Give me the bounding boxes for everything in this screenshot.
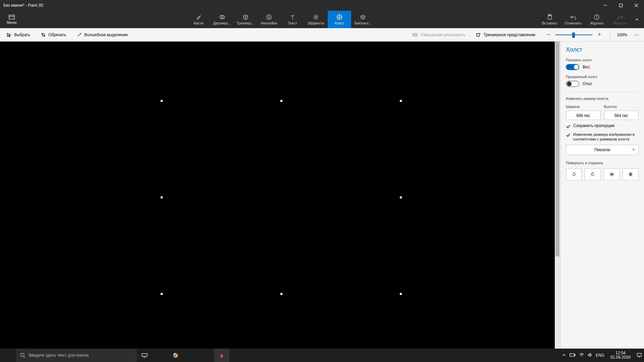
- flip-vertical-button[interactable]: [623, 168, 639, 180]
- resize-handle-ne[interactable]: [400, 100, 402, 102]
- flip-horizontal-button[interactable]: [604, 168, 620, 180]
- zoom-value[interactable]: 100%: [613, 33, 631, 37]
- resize-handle-nw[interactable]: [161, 100, 163, 102]
- 3dview-label: Трехмерное представление: [483, 33, 535, 37]
- window-title: Без имени* - Paint 3D: [0, 3, 43, 8]
- units-select[interactable]: Пиксели: [566, 145, 639, 155]
- tab-library[interactable]: Библиот...: [351, 11, 375, 28]
- resize-handle-w[interactable]: [161, 196, 163, 198]
- width-label: Ширина: [566, 105, 601, 109]
- undo-button[interactable]: Отменить: [561, 11, 585, 28]
- collapse-ribbon-button[interactable]: [632, 11, 642, 28]
- panel-title: Холст: [566, 46, 639, 53]
- crop-tool[interactable]: Обрезать: [36, 28, 71, 42]
- scale-image-checkbox[interactable]: [566, 133, 571, 137]
- tab-stickers[interactable]: Наклейки: [257, 11, 281, 28]
- tab-label: Кисти: [194, 21, 203, 25]
- tab-canvas[interactable]: Холст: [328, 11, 351, 28]
- app-icon-2[interactable]: [199, 349, 214, 362]
- crop-label: Обрезать: [48, 33, 66, 37]
- keep-aspect-label: Сохранить пропорции: [573, 123, 614, 128]
- width-input[interactable]: 696 пкс: [566, 111, 601, 120]
- taskbar: Введите здесь текст для поиска ENG 12:54…: [0, 349, 644, 362]
- close-button[interactable]: [629, 0, 644, 11]
- svg-rect-40: [570, 354, 574, 356]
- svg-line-17: [317, 18, 318, 19]
- resize-handle-se[interactable]: [400, 293, 402, 295]
- show-canvas-label: Показать холст: [566, 58, 639, 62]
- svg-point-8: [267, 15, 271, 19]
- scale-image-label: Изменение размера изображения в соответс…: [573, 132, 639, 141]
- task-view-button[interactable]: [137, 349, 152, 362]
- resize-handle-s[interactable]: [280, 293, 282, 295]
- canvas-viewport[interactable]: [0, 42, 555, 349]
- chrome-icon[interactable]: [168, 349, 183, 362]
- magic-select-tool[interactable]: Волшебное выделение: [72, 28, 132, 42]
- rotate-flip-label: Повернуть и отразить: [566, 161, 639, 165]
- ribbon-right: Вставить Отменить Журнал Вернуть: [538, 11, 642, 28]
- battery-icon[interactable]: [570, 353, 576, 358]
- app-icon-1[interactable]: [183, 349, 199, 362]
- svg-line-16: [314, 15, 315, 16]
- zoom-slider[interactable]: [555, 35, 592, 35]
- wifi-icon[interactable]: [579, 353, 584, 358]
- tab-label: Холст: [334, 21, 344, 25]
- zoom-out-button[interactable]: −: [545, 31, 552, 39]
- svg-rect-32: [8, 356, 11, 358]
- svg-line-34: [24, 356, 25, 358]
- tab-effects[interactable]: Эффекты: [304, 11, 328, 28]
- more-button[interactable]: ⋯: [632, 32, 642, 38]
- redo-button: Вернуть: [608, 11, 632, 28]
- select-tool[interactable]: Выбрать: [2, 28, 35, 42]
- paste-button[interactable]: Вставить: [538, 11, 561, 28]
- canvas-panel: Холст Показать холст Вкл. Прозрачный хол…: [560, 42, 644, 349]
- resize-handle-n[interactable]: [280, 100, 282, 102]
- btn-label: Отменить: [565, 21, 582, 25]
- volume-icon[interactable]: [588, 353, 592, 358]
- svg-point-27: [414, 34, 415, 35]
- btn-label: Журнал: [590, 21, 603, 25]
- minimize-button[interactable]: [598, 0, 613, 11]
- rotate-ccw-button[interactable]: [585, 168, 601, 180]
- tab-brushes[interactable]: Кисти: [187, 11, 210, 28]
- zoom-in-button[interactable]: +: [596, 31, 603, 39]
- clock[interactable]: 12:54 01.09.2020: [608, 351, 633, 360]
- separator: [610, 31, 610, 39]
- svg-point-11: [315, 16, 317, 18]
- mixed-label: Смешанная реальность: [420, 33, 465, 37]
- height-input[interactable]: 564 пкс: [604, 111, 639, 120]
- tab-text[interactable]: Текст: [281, 11, 304, 28]
- ribbon-tabs: Кисти Двухмер... Трехмер... Наклейки Тек…: [23, 11, 538, 28]
- menu-button[interactable]: Меню: [0, 11, 23, 28]
- show-canvas-toggle[interactable]: [566, 64, 579, 70]
- vertical-scrollbar[interactable]: [555, 42, 560, 349]
- system-tray: ENG 12:54 01.09.2020: [562, 351, 644, 360]
- svg-rect-35: [142, 354, 147, 356]
- svg-rect-30: [8, 353, 11, 355]
- tab-3d[interactable]: Трехмер...: [234, 11, 257, 28]
- paint3d-taskbar-icon[interactable]: [214, 349, 229, 362]
- transparent-canvas-toggle[interactable]: [566, 81, 579, 87]
- svg-rect-29: [5, 353, 8, 355]
- language-indicator[interactable]: ENG: [596, 353, 604, 358]
- rotate-cw-button[interactable]: [566, 168, 582, 180]
- main-area: Холст Показать холст Вкл. Прозрачный хол…: [0, 42, 644, 349]
- tab-2d[interactable]: Двухмер...: [210, 11, 234, 28]
- notifications-icon[interactable]: [637, 353, 642, 358]
- svg-line-19: [314, 18, 315, 19]
- explorer-icon[interactable]: [152, 349, 168, 362]
- tray-overflow-icon[interactable]: [562, 353, 566, 358]
- search-box[interactable]: Введите здесь текст для поиска: [16, 349, 137, 362]
- keep-aspect-checkbox[interactable]: [566, 124, 571, 129]
- svg-line-18: [317, 15, 318, 16]
- history-button[interactable]: Журнал: [585, 11, 608, 28]
- svg-rect-4: [9, 15, 14, 19]
- tab-label: Эффекты: [308, 21, 324, 25]
- start-button[interactable]: [0, 349, 16, 362]
- resize-handle-e[interactable]: [400, 196, 402, 198]
- btn-label: Вернуть: [613, 21, 627, 25]
- resize-handle-sw[interactable]: [161, 293, 163, 295]
- maximize-button[interactable]: [613, 0, 629, 11]
- svg-point-33: [21, 353, 24, 357]
- 3d-view-button[interactable]: Трехмерное представление: [471, 28, 540, 42]
